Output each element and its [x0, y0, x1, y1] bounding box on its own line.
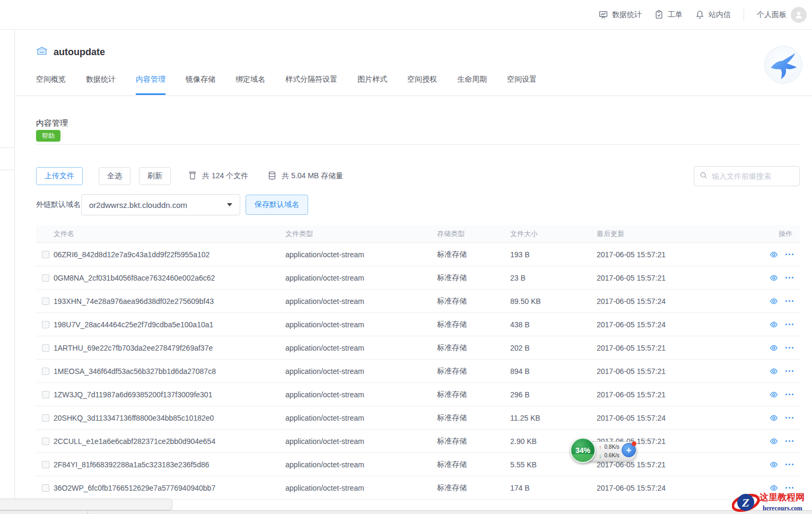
help-badge[interactable]: 帮助	[36, 130, 60, 142]
table-row: 20SHKQ_3d113347136ff8800e34bb85c10182e0 …	[36, 406, 800, 430]
preview-eye-icon[interactable]	[770, 367, 778, 376]
watermark-title: 这里教程网	[759, 492, 805, 502]
tab[interactable]: 空间授权	[407, 75, 437, 95]
row-checkbox[interactable]	[42, 321, 49, 328]
topbar-item-messages[interactable]: 站内信	[695, 10, 731, 20]
row-checkbox[interactable]	[42, 391, 49, 398]
file-name: 2CCULL_e1e1a6e6cabf282371ce2bb0d904e654	[54, 437, 285, 446]
tab[interactable]: 镜像存储	[186, 75, 215, 95]
file-name: 1ARTHU_69e22c7fb703da2ee278479f269af37e	[54, 344, 285, 352]
file-size: 894 B	[510, 367, 597, 376]
last-updated: 2017-06-05 15:57:21	[597, 344, 732, 352]
preview-eye-icon[interactable]	[770, 437, 778, 446]
refresh-button[interactable]: 刷新	[139, 167, 171, 185]
file-count-text: 共 124 个文件	[202, 171, 248, 181]
preview-eye-icon[interactable]	[770, 320, 778, 329]
tab-label: 内容管理	[136, 75, 165, 83]
table-row: 1ZW3JQ_7d11987a6d69385200f137f3009fe301 …	[36, 383, 800, 406]
storage-class: 标准存储	[437, 437, 510, 446]
table-row: 06ZRI6_842d8d12e7a9c43a1dd9f22f5955a102 …	[36, 243, 800, 266]
file-type: application/octet-stream	[285, 437, 437, 446]
table-row: 36O2WP_6fc0fb1766512629e7a5776940940bb7 …	[36, 476, 800, 500]
row-checkbox[interactable]	[42, 344, 49, 352]
tab[interactable]: 样式分隔符设置	[285, 75, 337, 95]
row-checkbox[interactable]	[42, 251, 49, 258]
file-type: application/octet-stream	[285, 250, 437, 259]
row-checkbox[interactable]	[42, 484, 49, 492]
more-actions-icon[interactable]	[785, 300, 793, 302]
preview-eye-icon[interactable]	[770, 297, 778, 306]
tab[interactable]: 绑定域名	[235, 75, 265, 95]
thunder-bird-overlay[interactable]	[764, 46, 802, 84]
watermark-domain: herecours.com	[763, 504, 802, 512]
row-checkbox[interactable]	[42, 438, 49, 445]
column-header-storage: 存储类型	[437, 229, 510, 239]
tab[interactable]: 数据统计	[86, 75, 116, 95]
clipboard-icon	[654, 10, 663, 19]
last-updated: 2017-06-05 15:57:24	[597, 484, 732, 492]
scrollbar-thumb-edge	[88, 510, 88, 514]
domain-label: 外链默认域名	[36, 200, 81, 210]
domain-select[interactable]: or2dwwrsz.bkt.clouddn.com	[81, 194, 240, 215]
storage-stat: 共 5.04 MB 存储量	[267, 171, 343, 182]
tab[interactable]: 内容管理	[136, 75, 165, 95]
tab[interactable]: 生命周期	[457, 75, 487, 95]
more-actions-icon[interactable]	[785, 370, 793, 372]
row-checkbox[interactable]	[42, 274, 49, 282]
file-name: 0GM8NA_2cf031b4056f8ace7632460e002a6c62	[54, 274, 285, 282]
tab[interactable]: 空间概览	[36, 75, 66, 95]
upload-button[interactable]: 上传文件	[36, 167, 83, 185]
topbar-item-label: 工单	[668, 10, 683, 20]
preview-eye-icon[interactable]	[770, 414, 778, 422]
table-row: 2F84YI_81f668392288a1a5c323183e236f5d86 …	[36, 453, 800, 476]
row-checkbox[interactable]	[42, 461, 49, 468]
more-actions-icon[interactable]	[785, 417, 793, 419]
file-size: 202 B	[510, 344, 597, 352]
search-input[interactable]	[712, 172, 808, 180]
column-header-actions: 操作	[732, 229, 800, 239]
storage-class: 标准存储	[437, 250, 510, 259]
more-actions-icon[interactable]	[785, 324, 793, 325]
row-checkbox[interactable]	[42, 298, 49, 305]
file-name: 36O2WP_6fc0fb1766512629e7a5776940940bb7	[54, 484, 285, 492]
preview-eye-icon[interactable]	[770, 344, 778, 352]
more-actions-icon[interactable]	[785, 440, 793, 442]
tab[interactable]: 空间设置	[507, 75, 537, 95]
topbar: 数据统计 工单 站内信 个人面板	[0, 0, 812, 30]
tab-label: 数据统计	[86, 75, 116, 83]
topbar-profile-label: 个人面板	[757, 10, 787, 20]
more-actions-icon[interactable]	[785, 487, 793, 489]
avatar[interactable]	[791, 7, 807, 23]
storage-class: 标准存储	[437, 367, 510, 376]
more-actions-icon[interactable]	[785, 347, 793, 349]
watermark-initial: Z	[741, 496, 749, 509]
progress-circle[interactable]: 34%	[570, 438, 596, 463]
file-name: 2F84YI_81f668392288a1a5c323183e236f5d86	[54, 460, 285, 469]
bucket-title: autoupdate	[54, 47, 105, 58]
storage-total-text: 共 5.04 MB 存储量	[282, 171, 343, 181]
horizontal-scrollbar[interactable]	[0, 510, 812, 514]
upload-arrow-icon: ↑	[599, 443, 602, 451]
tab[interactable]: 图片样式	[357, 75, 387, 95]
storage-class: 标准存储	[437, 483, 510, 493]
topbar-profile[interactable]: 个人面板	[757, 7, 807, 23]
more-actions-icon[interactable]	[785, 464, 793, 465]
topbar-item-tickets[interactable]: 工单	[654, 10, 683, 20]
preview-eye-icon[interactable]	[770, 250, 778, 259]
last-updated: 2017-06-05 15:57:24	[597, 297, 732, 306]
more-actions-icon[interactable]	[785, 277, 793, 278]
more-actions-icon[interactable]	[785, 394, 793, 395]
save-domain-button[interactable]: 保存默认域名	[246, 195, 308, 215]
row-checkbox[interactable]	[42, 414, 49, 422]
topbar-item-data-stats[interactable]: 数据统计	[599, 10, 642, 20]
preview-eye-icon[interactable]	[770, 390, 778, 399]
preview-eye-icon[interactable]	[770, 274, 778, 282]
select-all-button[interactable]: 全选	[99, 167, 130, 185]
bird-icon	[768, 49, 799, 80]
preview-eye-icon[interactable]	[770, 460, 778, 469]
tab-label: 样式分隔符设置	[285, 75, 337, 83]
download-speed: 0.6K/s	[605, 451, 619, 460]
search-box	[694, 166, 800, 186]
row-checkbox[interactable]	[42, 368, 49, 375]
more-actions-icon[interactable]	[785, 254, 793, 255]
